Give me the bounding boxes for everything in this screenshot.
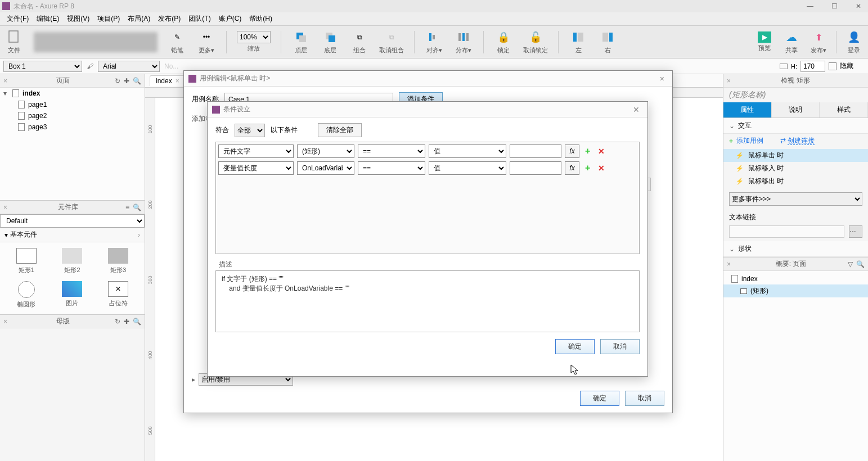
cond-operator-select[interactable]: == <box>358 161 425 175</box>
add-row-icon[interactable]: + <box>583 146 592 156</box>
outline-page-item[interactable]: index <box>723 273 868 284</box>
panel-close-icon[interactable]: × <box>3 204 7 211</box>
reload-icon[interactable]: ↻ <box>115 318 120 326</box>
case-dialog-titlebar[interactable]: 用例编辑<鼠标单击 时> × <box>184 71 672 87</box>
menu-view[interactable]: 视图(V) <box>64 13 93 25</box>
page-tree-item[interactable]: page1 <box>0 99 145 110</box>
tb-distribute[interactable]: 分布▾ <box>454 29 473 55</box>
tb-ungroup[interactable]: ⧉取消组合 <box>379 29 404 55</box>
tb-file[interactable]: 文件 <box>5 29 24 55</box>
menu-edit[interactable]: 编辑(E) <box>33 13 62 25</box>
text-link-input[interactable] <box>729 225 844 238</box>
tb-front[interactable]: 顶层 <box>291 29 311 55</box>
shape-name-field[interactable]: (矩形名称) <box>723 88 868 102</box>
menu-file[interactable]: 文件(F) <box>3 13 32 25</box>
cond-valuetype-select[interactable]: 值 <box>429 144 506 158</box>
cond-type-select[interactable]: 元件文字 <box>218 144 294 158</box>
cond-value-input[interactable] <box>510 161 561 175</box>
cond-valuetype-select[interactable]: 值 <box>429 161 506 175</box>
paint-format-icon[interactable]: 🖌 <box>87 62 93 70</box>
filter-icon[interactable]: ▽ <box>848 260 853 268</box>
lib-rect1[interactable]: 矩形1 <box>6 248 47 274</box>
maximize-button[interactable]: ☐ <box>827 2 842 10</box>
delete-row-icon[interactable]: ✕ <box>596 164 607 173</box>
outline-shape-item[interactable]: (矩形) <box>723 284 868 297</box>
hide-checkbox[interactable] <box>829 62 836 70</box>
reload-icon[interactable]: ↻ <box>115 77 120 85</box>
minimize-button[interactable]: — <box>802 2 818 10</box>
cond-widget-select[interactable]: OnLoadVariable <box>297 161 354 175</box>
menu-layout[interactable]: 布局(A) <box>124 13 154 25</box>
close-tab-icon[interactable]: × <box>176 77 179 85</box>
menu-icon[interactable]: ≡ <box>125 204 129 211</box>
section-interactions[interactable]: ⌄交互 <box>723 118 868 134</box>
lib-image[interactable]: 图片 <box>52 281 93 309</box>
tb-more[interactable]: ••• 更多▾ <box>197 29 216 55</box>
fx-button[interactable]: fx <box>565 161 579 175</box>
cond-widget-select[interactable]: (矩形) <box>297 144 354 158</box>
create-link-link[interactable]: ⇄ 创建连接 <box>780 136 815 146</box>
tb-back[interactable]: 底层 <box>321 29 340 55</box>
dialog-close-icon[interactable]: ✕ <box>629 105 643 114</box>
tab-properties[interactable]: 属性 <box>723 102 772 117</box>
menu-team[interactable]: 团队(T) <box>185 13 214 25</box>
tb-publish[interactable]: ⬆发布▾ <box>809 29 828 55</box>
event-onclick[interactable]: ⚡鼠标单击 时 <box>723 149 868 162</box>
delete-row-icon[interactable]: ✕ <box>596 147 607 156</box>
menu-project[interactable]: 项目(P) <box>94 13 123 25</box>
search-icon[interactable]: 🔍 <box>856 260 865 268</box>
tb-align[interactable]: 对齐▾ <box>425 29 444 55</box>
section-shape[interactable]: ⌄形状 <box>723 241 868 257</box>
clear-all-button[interactable]: 清除全部 <box>318 123 362 137</box>
tab-notes[interactable]: 说明 <box>772 102 820 117</box>
text-link-button[interactable]: … <box>849 225 862 238</box>
case-ok-button[interactable]: 确定 <box>580 391 619 406</box>
lib-placeholder[interactable]: ✕占位符 <box>97 281 139 309</box>
lib-rect3[interactable]: 矩形3 <box>97 248 139 274</box>
lib-ellipse[interactable]: 椭圆形 <box>6 281 47 309</box>
tb-pencil[interactable]: ✎ 铅笔 <box>168 29 187 55</box>
tb-preview[interactable]: ▶预览 <box>755 31 774 52</box>
tb-left[interactable]: 左 <box>569 29 588 55</box>
font-select[interactable]: Arial <box>98 61 160 72</box>
library-select[interactable]: Default <box>0 214 145 228</box>
search-icon[interactable]: 🔍 <box>133 77 141 85</box>
panel-close-icon[interactable]: × <box>727 260 731 268</box>
cond-value-input[interactable] <box>510 144 561 158</box>
panel-close-icon[interactable]: × <box>3 318 7 326</box>
tb-lock[interactable]: 🔒锁定 <box>494 29 513 55</box>
tab-style[interactable]: 样式 <box>820 102 868 117</box>
more-events-select[interactable]: 更多事件>>> <box>729 192 862 206</box>
panel-close-icon[interactable]: × <box>727 77 731 85</box>
menu-account[interactable]: 账户(C) <box>215 13 245 25</box>
library-group-header[interactable]: ▾基本元件› <box>0 228 145 242</box>
lib-rect2[interactable]: 矩形2 <box>52 248 93 274</box>
tb-group[interactable]: ⧉组合 <box>350 29 369 55</box>
zoom-select[interactable]: 100% <box>237 31 271 43</box>
event-onmouseenter[interactable]: ⚡鼠标移入 时 <box>723 162 868 175</box>
cond-cancel-button[interactable]: 取消 <box>600 339 640 354</box>
cond-operator-select[interactable]: == <box>358 144 425 158</box>
add-master-icon[interactable]: ✚ <box>124 318 129 326</box>
close-button[interactable]: ✕ <box>851 2 866 10</box>
page-tree-item[interactable]: page2 <box>0 110 145 121</box>
menu-help[interactable]: 帮助(H) <box>246 13 276 25</box>
tb-share[interactable]: ☁共享 <box>782 29 801 55</box>
add-page-icon[interactable]: ✚ <box>124 77 129 85</box>
page-tree-root[interactable]: ▾index <box>0 88 145 99</box>
add-case-link[interactable]: +添加用例 <box>729 136 763 146</box>
tb-right[interactable]: 右 <box>598 29 617 55</box>
widget-type-select[interactable]: Box 1 <box>3 61 82 72</box>
height-input[interactable] <box>800 61 825 72</box>
cond-type-select[interactable]: 变量值长度 <box>218 161 294 175</box>
canvas-tab[interactable]: index× <box>150 75 186 86</box>
tb-login[interactable]: 👤登录 <box>844 29 863 55</box>
condition-dialog-titlebar[interactable]: 条件设立 ✕ <box>208 102 647 117</box>
add-row-icon[interactable]: + <box>583 163 592 173</box>
event-onmouseleave[interactable]: ⚡鼠标移出 时 <box>723 175 868 188</box>
panel-close-icon[interactable]: × <box>3 77 7 85</box>
case-cancel-button[interactable]: 取消 <box>625 391 664 406</box>
search-icon[interactable]: 🔍 <box>133 204 141 211</box>
fx-button[interactable]: fx <box>565 144 579 158</box>
tb-unlock[interactable]: 🔓取消锁定 <box>523 29 548 55</box>
